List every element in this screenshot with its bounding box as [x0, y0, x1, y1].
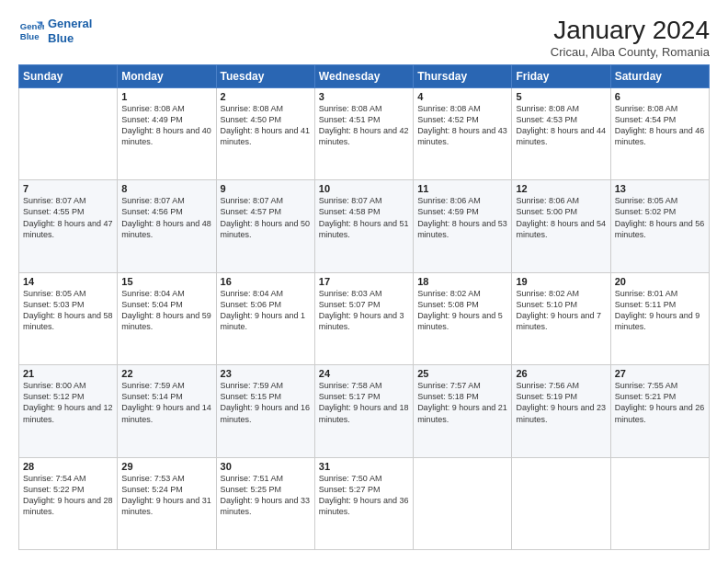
day-details: Sunrise: 8:08 AMSunset: 4:50 PMDaylight:… — [221, 103, 311, 148]
table-row: 22Sunrise: 7:59 AMSunset: 5:14 PMDayligh… — [118, 365, 216, 457]
day-number: 14 — [23, 276, 113, 287]
day-number: 31 — [319, 461, 409, 472]
day-details: Sunrise: 7:55 AMSunset: 5:21 PMDaylight:… — [615, 380, 705, 425]
table-row: 1Sunrise: 8:08 AMSunset: 4:49 PMDaylight… — [118, 87, 216, 179]
day-number: 29 — [121, 461, 211, 472]
day-number: 17 — [319, 276, 409, 287]
table-row: 27Sunrise: 7:55 AMSunset: 5:21 PMDayligh… — [610, 365, 709, 457]
day-number: 9 — [221, 183, 311, 194]
table-row: 7Sunrise: 8:07 AMSunset: 4:55 PMDaylight… — [19, 180, 118, 272]
day-number: 12 — [516, 183, 606, 194]
day-details: Sunrise: 8:07 AMSunset: 4:57 PMDaylight:… — [221, 195, 311, 240]
logo: General Blue General Blue — [18, 17, 92, 45]
day-details: Sunrise: 8:08 AMSunset: 4:53 PMDaylight:… — [516, 103, 606, 148]
day-number: 3 — [319, 91, 409, 102]
calendar-week-row: 28Sunrise: 7:54 AMSunset: 5:22 PMDayligh… — [19, 457, 710, 549]
day-details: Sunrise: 8:08 AMSunset: 4:49 PMDaylight:… — [121, 103, 211, 148]
day-number: 4 — [417, 91, 507, 102]
day-details: Sunrise: 8:02 AMSunset: 5:10 PMDaylight:… — [516, 288, 606, 333]
calendar-header-row: Sunday Monday Tuesday Wednesday Thursday… — [19, 64, 710, 87]
day-details: Sunrise: 7:51 AMSunset: 5:25 PMDaylight:… — [221, 473, 311, 518]
day-details: Sunrise: 8:07 AMSunset: 4:58 PMDaylight:… — [319, 195, 409, 240]
day-number: 24 — [319, 368, 409, 379]
logo-line1: General — [48, 17, 92, 31]
table-row: 24Sunrise: 7:58 AMSunset: 5:17 PMDayligh… — [314, 365, 413, 457]
day-details: Sunrise: 8:02 AMSunset: 5:08 PMDaylight:… — [417, 288, 507, 333]
page-title: January 2024 — [551, 17, 710, 45]
calendar-table: Sunday Monday Tuesday Wednesday Thursday… — [18, 64, 710, 550]
day-number: 15 — [121, 276, 211, 287]
day-number: 19 — [516, 276, 606, 287]
table-row: 25Sunrise: 7:57 AMSunset: 5:18 PMDayligh… — [414, 365, 512, 457]
table-row: 16Sunrise: 8:04 AMSunset: 5:06 PMDayligh… — [216, 272, 314, 364]
table-row — [610, 457, 709, 549]
day-details: Sunrise: 8:06 AMSunset: 5:00 PMDaylight:… — [516, 195, 606, 240]
day-details: Sunrise: 7:50 AMSunset: 5:27 PMDaylight:… — [319, 473, 409, 518]
day-details: Sunrise: 8:08 AMSunset: 4:52 PMDaylight:… — [417, 103, 507, 148]
page: General Blue General Blue January 2024 C… — [0, 0, 728, 563]
day-number: 16 — [221, 276, 311, 287]
table-row: 5Sunrise: 8:08 AMSunset: 4:53 PMDaylight… — [512, 87, 610, 179]
day-number: 11 — [417, 183, 507, 194]
day-details: Sunrise: 8:00 AMSunset: 5:12 PMDaylight:… — [23, 380, 113, 425]
svg-text:Blue: Blue — [20, 30, 40, 40]
table-row: 11Sunrise: 8:06 AMSunset: 4:59 PMDayligh… — [414, 180, 512, 272]
table-row: 2Sunrise: 8:08 AMSunset: 4:50 PMDaylight… — [216, 87, 314, 179]
day-details: Sunrise: 8:07 AMSunset: 4:55 PMDaylight:… — [23, 195, 113, 240]
day-details: Sunrise: 7:57 AMSunset: 5:18 PMDaylight:… — [417, 380, 507, 425]
col-sunday: Sunday — [19, 64, 118, 87]
col-tuesday: Tuesday — [216, 64, 314, 87]
table-row: 20Sunrise: 8:01 AMSunset: 5:11 PMDayligh… — [610, 272, 709, 364]
day-details: Sunrise: 8:03 AMSunset: 5:07 PMDaylight:… — [319, 288, 409, 333]
col-saturday: Saturday — [610, 64, 709, 87]
day-number: 20 — [615, 276, 705, 287]
table-row: 15Sunrise: 8:04 AMSunset: 5:04 PMDayligh… — [118, 272, 216, 364]
col-monday: Monday — [118, 64, 216, 87]
table-row — [19, 87, 118, 179]
table-row — [414, 457, 512, 549]
calendar-week-row: 14Sunrise: 8:05 AMSunset: 5:03 PMDayligh… — [19, 272, 710, 364]
col-wednesday: Wednesday — [314, 64, 413, 87]
day-details: Sunrise: 7:53 AMSunset: 5:24 PMDaylight:… — [121, 473, 211, 518]
table-row: 17Sunrise: 8:03 AMSunset: 5:07 PMDayligh… — [314, 272, 413, 364]
day-details: Sunrise: 7:59 AMSunset: 5:15 PMDaylight:… — [221, 380, 311, 425]
table-row: 12Sunrise: 8:06 AMSunset: 5:00 PMDayligh… — [512, 180, 610, 272]
day-details: Sunrise: 8:04 AMSunset: 5:06 PMDaylight:… — [221, 288, 311, 333]
col-friday: Friday — [512, 64, 610, 87]
day-number: 18 — [417, 276, 507, 287]
table-row: 14Sunrise: 8:05 AMSunset: 5:03 PMDayligh… — [19, 272, 118, 364]
table-row — [512, 457, 610, 549]
table-row: 9Sunrise: 8:07 AMSunset: 4:57 PMDaylight… — [216, 180, 314, 272]
page-subtitle: Cricau, Alba County, Romania — [551, 45, 710, 59]
day-number: 28 — [23, 461, 113, 472]
day-number: 30 — [221, 461, 311, 472]
calendar-week-row: 7Sunrise: 8:07 AMSunset: 4:55 PMDaylight… — [19, 180, 710, 272]
day-number: 22 — [121, 368, 211, 379]
table-row: 23Sunrise: 7:59 AMSunset: 5:15 PMDayligh… — [216, 365, 314, 457]
col-thursday: Thursday — [414, 64, 512, 87]
logo-line2: Blue — [48, 31, 92, 46]
day-number: 27 — [615, 368, 705, 379]
table-row: 13Sunrise: 8:05 AMSunset: 5:02 PMDayligh… — [610, 180, 709, 272]
day-details: Sunrise: 8:05 AMSunset: 5:03 PMDaylight:… — [23, 288, 113, 333]
table-row: 31Sunrise: 7:50 AMSunset: 5:27 PMDayligh… — [314, 457, 413, 549]
table-row: 21Sunrise: 8:00 AMSunset: 5:12 PMDayligh… — [19, 365, 118, 457]
day-number: 13 — [615, 183, 705, 194]
table-row: 19Sunrise: 8:02 AMSunset: 5:10 PMDayligh… — [512, 272, 610, 364]
day-details: Sunrise: 8:05 AMSunset: 5:02 PMDaylight:… — [615, 195, 705, 240]
table-row: 30Sunrise: 7:51 AMSunset: 5:25 PMDayligh… — [216, 457, 314, 549]
table-row: 3Sunrise: 8:08 AMSunset: 4:51 PMDaylight… — [314, 87, 413, 179]
day-details: Sunrise: 8:04 AMSunset: 5:04 PMDaylight:… — [121, 288, 211, 333]
day-details: Sunrise: 7:54 AMSunset: 5:22 PMDaylight:… — [23, 473, 113, 518]
table-row: 6Sunrise: 8:08 AMSunset: 4:54 PMDaylight… — [610, 87, 709, 179]
day-number: 6 — [615, 91, 705, 102]
logo-icon: General Blue — [18, 18, 44, 44]
day-number: 5 — [516, 91, 606, 102]
day-details: Sunrise: 8:07 AMSunset: 4:56 PMDaylight:… — [121, 195, 211, 240]
table-row: 4Sunrise: 8:08 AMSunset: 4:52 PMDaylight… — [414, 87, 512, 179]
table-row: 29Sunrise: 7:53 AMSunset: 5:24 PMDayligh… — [118, 457, 216, 549]
table-row: 8Sunrise: 8:07 AMSunset: 4:56 PMDaylight… — [118, 180, 216, 272]
day-number: 8 — [121, 183, 211, 194]
header: General Blue General Blue January 2024 C… — [18, 17, 710, 59]
day-number: 23 — [221, 368, 311, 379]
